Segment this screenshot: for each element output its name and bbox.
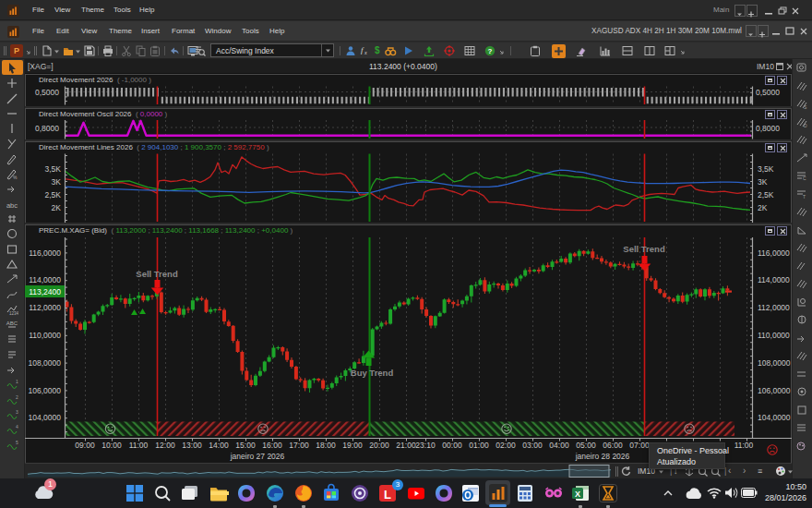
svg-text:04:00: 04:00 [549, 441, 569, 450]
svg-text:janeiro 28 2026: janeiro 28 2026 [575, 452, 630, 461]
svg-text:106,0000: 106,0000 [29, 386, 62, 395]
svg-text:01:00: 01:00 [469, 441, 489, 450]
svg-text:112,0000: 112,0000 [758, 303, 790, 312]
svg-text:113,2400: 113,2400 [29, 287, 61, 296]
svg-text:Sell Trend: Sell Trend [136, 269, 178, 279]
svg-text:05:00: 05:00 [576, 441, 596, 450]
svg-text:114,0000: 114,0000 [29, 275, 61, 284]
svg-text:15:00: 15:00 [235, 441, 256, 450]
svg-text:114,0000: 114,0000 [758, 275, 790, 284]
svg-text:02:00: 02:00 [496, 441, 516, 450]
svg-text:104,0000: 104,0000 [758, 413, 791, 422]
svg-text:Sell Trend: Sell Trend [623, 244, 665, 254]
svg-text:3,5K: 3,5K [758, 164, 774, 174]
svg-text:10:00: 10:00 [102, 441, 122, 450]
svg-text:108,0000: 108,0000 [29, 358, 62, 368]
svg-text:Buy Trend: Buy Trend [351, 368, 394, 378]
svg-text:00:00: 00:00 [442, 441, 462, 450]
svg-text:3K: 3K [52, 177, 62, 187]
svg-text:2,5K: 2,5K [758, 190, 774, 200]
svg-text:20:00: 20:00 [369, 441, 389, 450]
svg-text:janeiro 27 2026: janeiro 27 2026 [230, 452, 285, 461]
svg-text:21:00: 21:00 [396, 441, 416, 450]
svg-text:12:00: 12:00 [155, 441, 175, 450]
svg-text:110,0000: 110,0000 [29, 331, 61, 340]
svg-text:17:00: 17:00 [289, 441, 309, 450]
svg-text:3K: 3K [758, 177, 768, 187]
svg-text:18:00: 18:00 [316, 441, 336, 450]
svg-text:3,5K: 3,5K [45, 164, 62, 174]
svg-text:2K: 2K [52, 203, 62, 212]
svg-text:11:00: 11:00 [734, 441, 754, 450]
svg-text:09:00: 09:00 [75, 441, 95, 450]
svg-text:19:00: 19:00 [342, 441, 363, 450]
svg-text:112,0000: 112,0000 [29, 303, 61, 312]
svg-text:06:00: 06:00 [603, 441, 623, 450]
svg-text:110,0000: 110,0000 [758, 331, 790, 340]
svg-text:16:00: 16:00 [262, 441, 282, 450]
svg-text:X: X [575, 490, 580, 499]
svg-text:108,0000: 108,0000 [758, 358, 791, 368]
svg-text:116,0000: 116,0000 [29, 248, 61, 258]
svg-text:2,5K: 2,5K [45, 190, 62, 200]
svg-text:07:00: 07:00 [629, 441, 650, 450]
svg-text:23:10: 23:10 [415, 441, 436, 450]
svg-text:03:00: 03:00 [522, 441, 543, 450]
svg-text:14:00: 14:00 [209, 441, 229, 450]
svg-text:2K: 2K [758, 203, 768, 212]
svg-text:106,0000: 106,0000 [758, 386, 791, 395]
svg-text:L: L [384, 488, 391, 502]
svg-text:116,0000: 116,0000 [758, 248, 790, 258]
svg-text:13:00: 13:00 [182, 441, 202, 450]
svg-text:104,0000: 104,0000 [29, 413, 62, 422]
svg-text:11:00: 11:00 [129, 441, 149, 450]
